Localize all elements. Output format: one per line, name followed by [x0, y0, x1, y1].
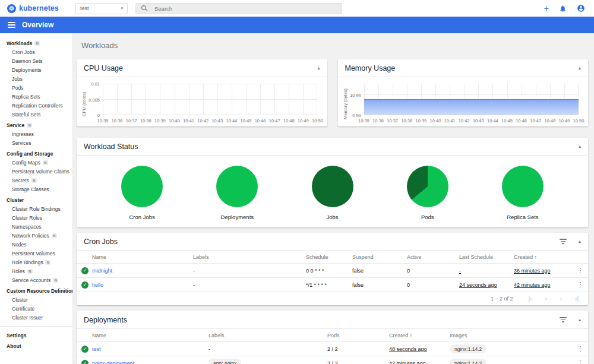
- y-tick-label: 0: [97, 113, 100, 118]
- col-labels[interactable]: Labels: [208, 333, 327, 338]
- breadcrumb-bar: Overview: [0, 17, 594, 33]
- sidebar-item-storage-classes[interactable]: Storage Classes: [0, 185, 72, 194]
- create-resource-button[interactable]: +: [544, 4, 549, 12]
- sidebar-item-persistent-volumes[interactable]: Persistent Volumes: [0, 249, 72, 258]
- sidebar-item-cluster[interactable]: Cluster: [0, 295, 72, 304]
- image-chip: nginx:1.14.2: [450, 344, 486, 353]
- col-name[interactable]: Name: [92, 333, 208, 338]
- collapse-icon[interactable]: ▴: [579, 144, 581, 149]
- first-page-button[interactable]: |‹: [528, 296, 532, 302]
- sidebar-item-config-maps[interactable]: Config MapsN: [0, 158, 72, 167]
- collapse-icon[interactable]: ▴: [317, 66, 320, 71]
- col-suspend[interactable]: Suspend: [352, 254, 407, 260]
- sidebar-section-workloads[interactable]: WorkloadsN: [0, 39, 72, 48]
- x-tick-label: 10:46: [516, 118, 527, 124]
- resource-link-midnight[interactable]: midnight: [92, 268, 112, 274]
- cell-value: -: [459, 268, 461, 274]
- cell-created: 48 seconds ago: [389, 346, 450, 352]
- sidebar-item-cluster-role-bindings[interactable]: Cluster Role Bindings: [0, 204, 72, 213]
- x-gridline: [160, 84, 160, 115]
- row-menu-button[interactable]: ⋮: [573, 267, 588, 274]
- last-page-button[interactable]: ›|: [575, 296, 579, 302]
- search-bar[interactable]: [135, 3, 342, 14]
- x-tick-label: 10:45: [501, 118, 513, 124]
- layout: WorkloadsNCron JobsDaemon SetsDeployment…: [0, 33, 594, 364]
- row-menu-button[interactable]: ⋮: [573, 359, 588, 364]
- sidebar-item-pods[interactable]: Pods: [0, 83, 72, 92]
- x-gridline: [246, 84, 247, 115]
- account-button[interactable]: [577, 4, 585, 12]
- col-pods[interactable]: Pods: [327, 333, 389, 338]
- sidebar-item-nodes[interactable]: Nodes: [0, 240, 72, 249]
- collapse-icon[interactable]: ▴: [579, 239, 581, 244]
- menu-icon[interactable]: [8, 22, 15, 28]
- sidebar-item-stateful-sets[interactable]: Stateful Sets: [0, 110, 72, 119]
- sidebar-item-service-accounts[interactable]: Service AccountsN: [0, 276, 72, 284]
- row-menu-button[interactable]: ⋮: [573, 281, 588, 289]
- sidebar-item-role-bindings[interactable]: Role BindingsN: [0, 258, 72, 267]
- col-active[interactable]: Active: [407, 254, 459, 260]
- sidebar-item-namespaces[interactable]: Namespaces: [0, 222, 72, 231]
- resource-link-test[interactable]: test: [92, 346, 101, 352]
- namespaced-badge: N: [27, 269, 33, 274]
- sidebar-item-settings[interactable]: Settings: [0, 330, 72, 341]
- col-created[interactable]: Created ↑: [389, 333, 450, 338]
- search-input[interactable]: [153, 5, 336, 12]
- sidebar-item-deployments[interactable]: Deployments: [0, 65, 72, 74]
- sidebar-item-roles[interactable]: RolesN: [0, 267, 72, 276]
- row-menu-button[interactable]: ⋮: [573, 345, 588, 353]
- workload-pie-replica-sets: Replica Sets: [475, 166, 570, 220]
- previous-page-button[interactable]: ‹: [545, 296, 546, 302]
- col-images[interactable]: Images: [450, 333, 573, 338]
- resource-link-hello[interactable]: hello: [92, 282, 103, 288]
- sidebar-item-about[interactable]: About: [0, 341, 72, 352]
- sidebar-item-replica-sets[interactable]: Replica Sets: [0, 92, 72, 101]
- pie-label: Deployments: [221, 214, 254, 220]
- kubernetes-logo[interactable]: ☸ kubernetes: [7, 4, 68, 13]
- sidebar-item-cluster-issuer[interactable]: Cluster Issuer: [0, 313, 72, 322]
- workload-status-card: Workload Status ▴ Cron JobsDeploymentsJo…: [77, 138, 588, 227]
- memory-usage-header: Memory Usage ▴: [338, 59, 589, 77]
- sidebar-item-network-policies[interactable]: Network PoliciesN: [0, 231, 72, 240]
- sidebar-item-label: Config Maps: [12, 160, 40, 166]
- cpu-y-axis-label: CPU (cores): [81, 84, 87, 124]
- sidebar-item-jobs[interactable]: Jobs: [0, 74, 72, 83]
- cell-value: -: [208, 346, 210, 352]
- sidebar-item-label: Pods: [12, 85, 23, 91]
- sidebar-section-cluster[interactable]: Cluster: [0, 195, 72, 204]
- sidebar-item-ingresses[interactable]: Ingresses: [0, 129, 72, 138]
- cell-images: nginx:1.14.2: [450, 359, 573, 364]
- sidebar-section-service[interactable]: ServiceN: [0, 121, 72, 129]
- sidebar-section-custom-resource-definitions[interactable]: Custom Resource Definitions: [0, 286, 72, 295]
- col-schedule[interactable]: Schedule: [306, 254, 352, 260]
- sidebar-item-secrets[interactable]: SecretsN: [0, 176, 72, 185]
- topbar-actions: +: [544, 4, 585, 12]
- sidebar-item-replication-controllers[interactable]: Replication Controllers: [0, 101, 72, 110]
- namespaced-badge: N: [43, 160, 48, 165]
- status-cell: ✓: [77, 267, 92, 274]
- collapse-icon[interactable]: ▴: [579, 66, 581, 71]
- sidebar-item-label: Namespaces: [12, 224, 42, 230]
- x-tick-label: 10:50: [573, 118, 584, 124]
- collapse-icon[interactable]: ▴: [579, 318, 581, 322]
- sidebar-item-services[interactable]: Services: [0, 138, 72, 147]
- sidebar-section-config-and-storage[interactable]: Config and Storage: [0, 149, 72, 158]
- filter-icon[interactable]: [560, 317, 567, 322]
- filter-icon[interactable]: [560, 239, 567, 244]
- col-labels[interactable]: Labels: [193, 254, 306, 260]
- col-created[interactable]: Created ↑: [514, 254, 573, 260]
- cell-active: 0: [407, 282, 459, 288]
- resource-link-nginx-deployment[interactable]: nginx-deployment: [92, 360, 134, 364]
- sidebar-item-cluster-roles[interactable]: Cluster Roles: [0, 213, 72, 222]
- next-page-button[interactable]: ›: [560, 296, 562, 302]
- col-name[interactable]: Name: [92, 254, 193, 260]
- sidebar-item-persistent-volume-claims[interactable]: Persistent Volume ClaimsN: [0, 167, 72, 176]
- sidebar-item-cron-jobs[interactable]: Cron Jobs: [0, 48, 72, 56]
- deployments-card: Deployments ▴ NameLabelsPodsCreated ↑Ima…: [77, 311, 588, 364]
- sidebar-item-certificate[interactable]: Certificate: [0, 304, 72, 313]
- col-last-schedule[interactable]: Last Schedule: [459, 254, 514, 260]
- namespace-selector[interactable]: test ▾: [75, 3, 128, 14]
- sidebar-item-daemon-sets[interactable]: Daemon Sets: [0, 56, 72, 65]
- app-root: ☸ kubernetes test ▾ + Overview Workloads…: [0, 0, 594, 364]
- notifications-button[interactable]: [559, 5, 567, 12]
